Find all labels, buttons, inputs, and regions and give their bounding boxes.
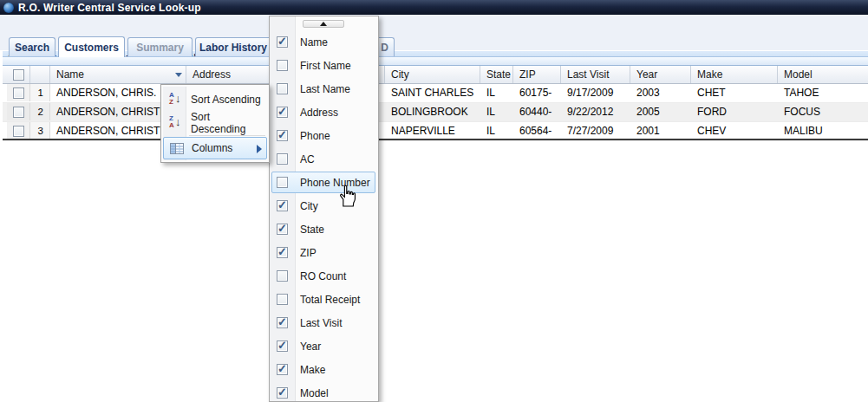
menu-item-label: Sort Ascending bbox=[191, 94, 261, 106]
cell-make: CHEV bbox=[691, 122, 778, 139]
column-header-year[interactable]: Year bbox=[630, 66, 691, 83]
cell-state: IL bbox=[480, 103, 513, 120]
submenu-items: Name First Name Last Name Address Phone … bbox=[270, 30, 378, 402]
tab-summary[interactable]: Summary bbox=[127, 37, 193, 56]
cell-zip: 60440- bbox=[513, 103, 561, 120]
tab-labor-history-label: Labor History bbox=[199, 42, 267, 54]
submenu-item-address[interactable]: Address bbox=[270, 100, 378, 124]
submenu-item-ac[interactable]: AC bbox=[270, 147, 378, 171]
tab-search-label: Search bbox=[15, 42, 49, 54]
checkbox bbox=[277, 224, 288, 235]
cell-year: 2001 bbox=[630, 122, 691, 139]
submenu-item-zip[interactable]: ZIP bbox=[270, 241, 378, 264]
checkbox bbox=[277, 364, 288, 375]
column-header-state[interactable]: State bbox=[480, 66, 513, 83]
column-header-last-visit[interactable]: Last Visit bbox=[561, 66, 630, 83]
cell-model: MALIBU bbox=[778, 122, 865, 139]
tab-hidden-partial-label: D bbox=[381, 42, 388, 54]
submenu-item-year[interactable]: Year bbox=[270, 334, 378, 358]
cell-model: FOCUS bbox=[778, 103, 865, 120]
cell-state: IL bbox=[480, 122, 513, 139]
menu-item-sort-ascending[interactable]: A Z ↓ Sort Ascending bbox=[163, 88, 267, 111]
submenu-item-first-name[interactable]: First Name bbox=[270, 54, 378, 77]
column-header-make[interactable]: Make bbox=[691, 66, 778, 83]
tab-strip: Search Customers Summary Labor History D bbox=[0, 15, 868, 50]
cell-city: NAPERVILLE bbox=[385, 122, 480, 139]
columns-icon bbox=[170, 143, 184, 154]
cell-last-visit: 9/17/2009 bbox=[561, 84, 630, 101]
row-checkbox[interactable] bbox=[13, 126, 24, 137]
submenu-item-make[interactable]: Make bbox=[270, 358, 378, 381]
checkbox bbox=[277, 317, 288, 328]
select-all-cell bbox=[7, 66, 30, 83]
tab-labor-history[interactable]: Labor History bbox=[195, 37, 271, 56]
column-header-model[interactable]: Model bbox=[778, 66, 865, 83]
checkbox bbox=[277, 107, 288, 118]
title-bar: R.O. Writer Central Service Look-up bbox=[0, 0, 868, 15]
submenu-item-phone[interactable]: Phone bbox=[270, 124, 378, 147]
cell-last-visit: 9/22/2012 bbox=[561, 103, 630, 120]
tab-customers-label: Customers bbox=[64, 42, 119, 54]
menu-item-label: Columns bbox=[192, 142, 232, 154]
row-checkbox[interactable] bbox=[13, 107, 24, 118]
column-header-name[interactable]: Name bbox=[50, 66, 186, 83]
column-header-city[interactable]: City bbox=[385, 66, 480, 83]
table-row[interactable]: 2 ANDERSON, CHRISTINE BOLINGBROOK IL 604… bbox=[3, 103, 868, 122]
tab-search[interactable]: Search bbox=[9, 37, 55, 56]
checkbox bbox=[277, 200, 288, 211]
cell-model: TAHOE bbox=[778, 84, 865, 101]
sort-descending-icon: Z A ↓ bbox=[169, 115, 183, 130]
column-header-zip[interactable]: ZIP bbox=[513, 66, 561, 83]
grid-bottom-border bbox=[3, 139, 868, 140]
checkbox bbox=[277, 83, 288, 94]
cell-last-visit: 7/27/2009 bbox=[561, 122, 630, 139]
submenu-item-ro-count[interactable]: RO Count bbox=[270, 264, 378, 288]
cell-zip: 60564- bbox=[513, 122, 561, 139]
checkbox bbox=[277, 387, 288, 399]
submenu-item-state[interactable]: State bbox=[270, 217, 378, 241]
submenu-scroll-up-button[interactable] bbox=[303, 20, 344, 28]
checkbox bbox=[277, 60, 288, 71]
cell-city: SAINT CHARLES bbox=[385, 84, 480, 101]
submenu-item-city[interactable]: City bbox=[270, 194, 378, 217]
triangle-up-icon bbox=[320, 22, 327, 26]
submenu-item-phone-number[interactable]: Phone Number bbox=[270, 171, 378, 194]
row-checkbox[interactable] bbox=[13, 88, 24, 99]
submenu-item-name[interactable]: Name bbox=[270, 30, 378, 54]
menu-item-sort-descending[interactable]: Z A ↓ Sort Descending bbox=[163, 111, 267, 134]
submenu-item-total-receipt[interactable]: Total Receipt bbox=[270, 288, 378, 311]
menu-separator bbox=[189, 135, 265, 136]
checkbox bbox=[277, 247, 288, 258]
app-icon bbox=[3, 3, 14, 13]
select-all-checkbox[interactable] bbox=[13, 69, 24, 81]
cell-make: FORD bbox=[691, 103, 778, 120]
cell-make: CHET bbox=[691, 84, 778, 101]
tab-summary-label: Summary bbox=[136, 42, 184, 54]
hand-cursor-icon bbox=[337, 184, 356, 211]
table-row[interactable]: 1 ANDERSON, CHRIS. SAINT CHARLES IL 6017… bbox=[3, 84, 868, 103]
tab-customers[interactable]: Customers bbox=[58, 36, 125, 57]
row-number: 1 bbox=[30, 84, 50, 101]
menu-item-columns[interactable]: Columns bbox=[163, 137, 267, 159]
checkbox bbox=[277, 177, 288, 188]
grid-body: 1 ANDERSON, CHRIS. SAINT CHARLES IL 6017… bbox=[3, 84, 868, 141]
menu-item-label: Sort Descending bbox=[191, 111, 264, 135]
row-number: 2 bbox=[30, 103, 50, 120]
grid-header: Name Address City State ZIP Last Visit Y… bbox=[3, 66, 868, 84]
submenu-item-model[interactable]: Model bbox=[270, 381, 378, 402]
cell-zip: 60175- bbox=[513, 84, 561, 101]
sort-ascending-icon: A Z ↓ bbox=[169, 92, 183, 107]
columns-submenu: Name First Name Last Name Address Phone … bbox=[269, 16, 379, 402]
checkbox bbox=[277, 153, 288, 165]
row-number-header bbox=[30, 66, 50, 83]
checkbox bbox=[277, 340, 288, 352]
checkbox bbox=[277, 36, 288, 48]
submenu-item-last-visit[interactable]: Last Visit bbox=[270, 311, 378, 334]
cell-city: BOLINGBROOK bbox=[385, 103, 480, 120]
submenu-item-last-name[interactable]: Last Name bbox=[270, 77, 378, 100]
checkbox bbox=[277, 294, 288, 305]
window-title: R.O. Writer Central Service Look-up bbox=[18, 2, 201, 14]
name-filter-dropdown-icon[interactable] bbox=[175, 73, 182, 77]
checkbox bbox=[277, 130, 288, 141]
column-context-menu: A Z ↓ Sort Ascending Z A ↓ Sort Descendi… bbox=[160, 84, 270, 163]
